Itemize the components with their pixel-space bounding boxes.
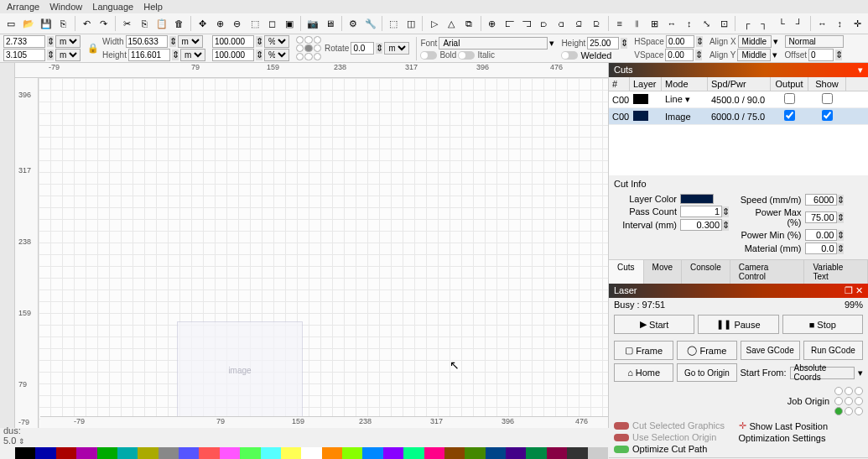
palette-color[interactable]: [15, 447, 35, 459]
pos-x-input[interactable]: [3, 35, 45, 48]
menu-window[interactable]: Window: [49, 2, 82, 12]
panel-menu-icon[interactable]: ▾: [858, 65, 863, 76]
distribute-v-icon[interactable]: ⦀: [629, 15, 645, 32]
wrench-icon[interactable]: 🔧: [362, 15, 378, 32]
material-input[interactable]: [805, 243, 837, 254]
cuts-row-0[interactable]: C00 Line ▾ 4500.0 / 90.0: [609, 91, 868, 108]
stop-button[interactable]: ■Stop: [782, 315, 863, 334]
cuts-row-1[interactable]: C00 Image 6000.0 / 75.0: [609, 108, 868, 125]
palette-color[interactable]: [444, 447, 465, 459]
frame-circ-button[interactable]: ◯Frame: [677, 341, 736, 360]
dock-tl-icon[interactable]: ┌: [739, 15, 755, 32]
align-bottom-icon[interactable]: ⫒: [589, 15, 605, 32]
palette-color[interactable]: [240, 447, 260, 459]
canvas[interactable]: image: [39, 78, 608, 428]
cut-icon[interactable]: ✂: [119, 15, 135, 32]
show-checkbox-1[interactable]: [822, 110, 833, 121]
save-gcode-button[interactable]: Save GCode: [741, 341, 800, 360]
palette-color[interactable]: [301, 447, 321, 459]
palette-color[interactable]: [342, 447, 362, 459]
alignx-select[interactable]: Middle: [738, 35, 772, 48]
width-input[interactable]: [126, 35, 168, 48]
align-top-icon[interactable]: ⫏: [554, 15, 569, 32]
paste-icon[interactable]: 📋: [154, 15, 170, 32]
copy-icon[interactable]: ⎘: [137, 15, 153, 32]
palette-color[interactable]: [567, 447, 587, 459]
output-checkbox-1[interactable]: [784, 110, 795, 121]
group-icon[interactable]: ⬚: [386, 15, 402, 32]
home-button[interactable]: ⌂Home: [614, 363, 673, 382]
undo-icon[interactable]: ↶: [79, 15, 95, 32]
palette-color[interactable]: [56, 447, 76, 459]
zoom-page-icon[interactable]: ▣: [282, 15, 298, 32]
pan-icon[interactable]: ✥: [195, 15, 211, 32]
move-both-icon[interactable]: ✛: [850, 15, 865, 32]
italic-toggle[interactable]: [458, 51, 475, 60]
start-from-select[interactable]: Absolute Coords: [790, 367, 855, 379]
tab-move[interactable]: Move: [644, 260, 682, 284]
menu-language[interactable]: Language: [92, 2, 133, 12]
vspace-input[interactable]: [665, 49, 694, 61]
show-last-position-button[interactable]: ✛Show Last Position: [739, 420, 864, 431]
palette-color[interactable]: [547, 447, 567, 459]
open-icon[interactable]: 📂: [21, 15, 37, 32]
save-icon[interactable]: 💾: [38, 15, 54, 32]
dock-bl-icon[interactable]: └: [774, 15, 790, 32]
palette-color[interactable]: [97, 447, 117, 459]
zoom-frame-icon[interactable]: ⬚: [247, 15, 262, 32]
welded-toggle[interactable]: [561, 51, 578, 60]
pct-w-select[interactable]: %: [264, 35, 289, 48]
camera-icon[interactable]: 📷: [304, 15, 320, 32]
undock-icon[interactable]: ❐: [845, 285, 853, 295]
import-icon[interactable]: ⎘: [55, 15, 71, 32]
mode-dropdown-icon[interactable]: ▾: [685, 94, 690, 104]
zoom-out-icon[interactable]: ⊖: [229, 15, 245, 32]
ungroup-icon[interactable]: ◫: [403, 15, 419, 32]
lock-xy-icon[interactable]: 🔒: [87, 43, 99, 55]
aligny-select[interactable]: Middle: [737, 49, 771, 61]
palette-color[interactable]: [322, 447, 342, 459]
power-min-input[interactable]: [805, 229, 837, 241]
monitor-icon[interactable]: 🖥: [322, 15, 338, 32]
palette-color[interactable]: [159, 447, 179, 459]
unit-y-select[interactable]: mm: [55, 49, 81, 61]
same-size-icon[interactable]: ⤡: [699, 15, 715, 32]
palette-color[interactable]: [179, 447, 199, 459]
palette-color[interactable]: [486, 447, 506, 459]
start-button[interactable]: ▶Start: [614, 315, 694, 334]
offset-input[interactable]: [808, 49, 834, 61]
delete-icon[interactable]: 🗑: [171, 15, 187, 32]
move-h-icon[interactable]: ↔: [814, 15, 830, 32]
palette-color[interactable]: [138, 447, 158, 459]
pct-h-select[interactable]: %: [264, 49, 289, 61]
palette-color[interactable]: [424, 447, 444, 459]
job-origin-grid[interactable]: [834, 387, 863, 415]
tab-console[interactable]: Console: [682, 260, 730, 284]
pass-count-input[interactable]: [680, 206, 722, 217]
anchor-grid[interactable]: [296, 36, 321, 61]
move-v-icon[interactable]: ↕: [832, 15, 848, 32]
align-left-icon[interactable]: ⫍: [502, 15, 517, 32]
height-input[interactable]: [128, 49, 170, 61]
cut-selected-toggle[interactable]: [614, 422, 629, 430]
rotate-input[interactable]: [351, 42, 374, 55]
unit-h-select[interactable]: mm: [180, 49, 205, 61]
palette-color[interactable]: [261, 447, 281, 459]
interval-input[interactable]: [680, 219, 722, 231]
optimize-toggle[interactable]: [614, 446, 629, 453]
palette-color[interactable]: [383, 447, 403, 459]
layer-color-swatch[interactable]: [680, 194, 714, 204]
palette-color[interactable]: [362, 447, 382, 459]
scale-w-input[interactable]: [212, 35, 254, 48]
text-style-select[interactable]: Normal: [785, 35, 844, 48]
tab-camera[interactable]: Camera Control: [730, 260, 805, 284]
palette-color[interactable]: [35, 447, 55, 459]
align-middle-icon[interactable]: ⫑: [571, 15, 587, 32]
pause-button[interactable]: ❚❚Pause: [698, 315, 778, 334]
menu-help[interactable]: Help: [143, 2, 163, 12]
mirror-icon[interactable]: ⧉: [461, 15, 477, 32]
same-width-icon[interactable]: ↔: [664, 15, 680, 32]
zoom-selection-icon[interactable]: ◻: [264, 15, 280, 32]
distribute-hv-icon[interactable]: ⊞: [647, 15, 663, 32]
show-checkbox-0[interactable]: [822, 93, 833, 104]
